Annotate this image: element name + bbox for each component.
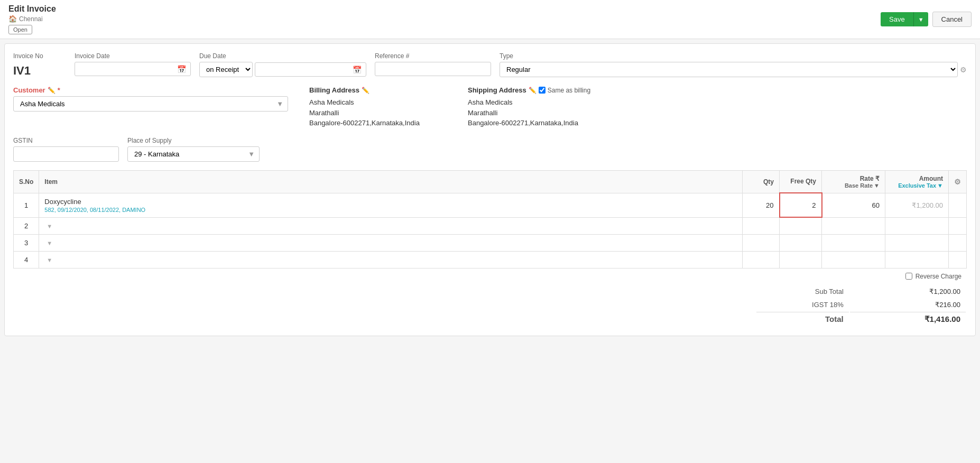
row-freeqty[interactable] xyxy=(780,251,822,268)
type-group: Type Regular ⚙ xyxy=(500,52,967,77)
row-qty[interactable]: 20 xyxy=(743,193,780,217)
sub-total-label: Sub Total xyxy=(756,285,849,298)
due-date-input[interactable]: 30/12/2020 📅 xyxy=(255,62,366,77)
table-row: 1 Doxycycline 582, 09/12/2020, 08/11/202… xyxy=(14,193,967,217)
row-item[interactable]: ▼ xyxy=(39,234,743,251)
shipping-line2: Marathalli xyxy=(468,108,605,118)
save-button[interactable]: Save xyxy=(881,12,913,26)
type-select[interactable]: Regular xyxy=(500,62,958,77)
table-header-row: S.No Item Qty Free Qty Rate ₹ Base Rate … xyxy=(14,170,967,193)
due-date-row: on Receipt 30/12/2020 📅 xyxy=(199,62,366,77)
save-button-group: Save ▼ xyxy=(881,12,928,26)
row-rate[interactable] xyxy=(822,217,885,234)
row-qty[interactable] xyxy=(743,217,780,234)
reference-input[interactable] xyxy=(375,62,491,76)
top-bar: Edit Invoice 🏠 Chennai Open Save ▼ Cance… xyxy=(0,0,980,39)
customer-required: * xyxy=(58,86,60,94)
table-settings-icon[interactable]: ⚙ xyxy=(954,178,961,186)
sub-total-value: ₹1,200.00 xyxy=(850,285,966,298)
page-title: Edit Invoice xyxy=(8,4,56,14)
billing-line3: Bangalore-6002271,Karnataka,India xyxy=(309,118,447,128)
rate-header-sub: Base Rate ▼ xyxy=(845,182,880,189)
igst-label: IGST 18% xyxy=(756,299,849,311)
amount-header-sub: Exclusive Tax ▼ xyxy=(898,182,943,189)
row-amount xyxy=(885,217,949,234)
customer-edit-icon[interactable]: ✏️ xyxy=(48,87,56,94)
reverse-charge-row: Reverse Charge xyxy=(13,273,967,280)
reference-group: Reference # xyxy=(375,52,491,76)
gstin-input[interactable]: 33APWPS2365E1ZJ xyxy=(13,146,119,162)
row-item[interactable]: ▼ xyxy=(39,251,743,268)
row-item-meta: 582, 09/12/2020, 08/11/2022, DAMINO xyxy=(44,207,737,213)
row-freeqty[interactable]: 2 xyxy=(780,193,822,217)
igst-row: IGST 18% ₹216.00 xyxy=(756,299,966,311)
main-content: Invoice No IV1 Invoice Date 30/12/2020 📅… xyxy=(4,43,976,336)
customer-select-wrap[interactable]: Asha Medicals ▼ xyxy=(13,96,288,112)
billing-address-block: Billing Address ✏️ Asha Medicals Maratha… xyxy=(309,86,447,128)
row-freeqty[interactable] xyxy=(780,217,822,234)
gstin-field: GSTIN 33APWPS2365E1ZJ xyxy=(13,137,119,162)
customer-select[interactable]: Asha Medicals xyxy=(18,97,276,111)
row-qty[interactable] xyxy=(743,251,780,268)
col-rate: Rate ₹ Base Rate ▼ xyxy=(822,170,885,193)
place-of-supply-select-wrap[interactable]: 29 - Karnataka ▼ xyxy=(127,146,260,162)
place-of-supply-select[interactable]: 29 - Karnataka xyxy=(132,147,248,161)
shipping-address-block: Shipping Address ✏️ Same as billing Asha… xyxy=(468,86,605,128)
invoice-date-input[interactable]: 30/12/2020 📅 xyxy=(75,62,191,76)
billing-line2: Marathalli xyxy=(309,108,447,118)
amount-dropdown-arrow[interactable]: ▼ xyxy=(937,182,943,189)
row-item-dropdown[interactable]: ▼ xyxy=(47,257,52,263)
row-item-dropdown[interactable]: ▼ xyxy=(47,223,52,229)
row-sno: 2 xyxy=(14,217,39,234)
amount-header-main: Amount xyxy=(919,175,943,182)
same-as-billing-checkbox[interactable] xyxy=(539,87,546,94)
row-item[interactable]: ▼ xyxy=(39,217,743,234)
shipping-edit-icon[interactable]: ✏️ xyxy=(529,87,537,94)
row-qty[interactable] xyxy=(743,234,780,251)
row-settings xyxy=(949,251,967,268)
row-settings xyxy=(949,234,967,251)
col-freeqty: Free Qty xyxy=(780,170,822,193)
gstin-label: GSTIN xyxy=(13,137,119,144)
rate-dropdown-arrow[interactable]: ▼ xyxy=(874,182,880,189)
summary-table: Sub Total ₹1,200.00 IGST 18% ₹216.00 Tot… xyxy=(755,284,967,327)
row-item-dropdown[interactable]: ▼ xyxy=(47,240,52,246)
col-qty: Qty xyxy=(743,170,780,193)
row-rate[interactable] xyxy=(822,234,885,251)
billing-line1: Asha Medicals xyxy=(309,97,447,108)
customer-dropdown-arrow: ▼ xyxy=(276,100,283,108)
row-item[interactable]: Doxycycline 582, 09/12/2020, 08/11/2022,… xyxy=(39,193,743,217)
invoice-date-field[interactable]: 30/12/2020 xyxy=(79,62,177,76)
reverse-charge-checkbox[interactable] xyxy=(905,273,912,280)
row-settings xyxy=(949,217,967,234)
due-date-field[interactable]: 30/12/2020 xyxy=(260,63,353,76)
igst-value: ₹216.00 xyxy=(850,299,966,311)
cancel-button[interactable]: Cancel xyxy=(932,12,972,27)
type-settings-icon[interactable]: ⚙ xyxy=(960,66,967,74)
type-label: Type xyxy=(500,52,967,60)
col-amount: Amount Exclusive Tax ▼ xyxy=(885,170,949,193)
invoice-no-group: Invoice No IV1 xyxy=(13,52,66,78)
shipping-address-title: Shipping Address ✏️ Same as billing xyxy=(468,86,605,94)
table-body: 1 Doxycycline 582, 09/12/2020, 08/11/202… xyxy=(14,193,967,268)
rate-header-main: Rate ₹ xyxy=(860,175,880,182)
row-freeqty[interactable] xyxy=(780,234,822,251)
due-date-label: Due Date xyxy=(199,52,366,60)
billing-edit-icon[interactable]: ✏️ xyxy=(362,87,369,94)
shipping-line1: Asha Medicals xyxy=(468,97,605,108)
row-rate[interactable] xyxy=(822,251,885,268)
top-bar-left: Edit Invoice 🏠 Chennai Open xyxy=(8,4,56,34)
invoice-header-row: Invoice No IV1 Invoice Date 30/12/2020 📅… xyxy=(13,52,967,78)
col-item: Item xyxy=(39,170,743,193)
gstin-supply-row: GSTIN 33APWPS2365E1ZJ Place of Supply 29… xyxy=(13,137,967,162)
save-dropdown-button[interactable]: ▼ xyxy=(913,12,928,26)
table-row: 2 ▼ xyxy=(14,217,967,234)
due-date-option-select[interactable]: on Receipt xyxy=(199,62,253,77)
customer-label: Customer ✏️ * xyxy=(13,86,288,94)
invoice-no-label: Invoice No xyxy=(13,52,66,60)
invoice-date-group: Invoice Date 30/12/2020 📅 xyxy=(75,52,191,76)
calendar-icon: 📅 xyxy=(177,65,186,73)
row-sno: 1 xyxy=(14,193,39,217)
total-label: Total xyxy=(756,312,849,326)
row-rate[interactable]: 60 xyxy=(822,193,885,217)
